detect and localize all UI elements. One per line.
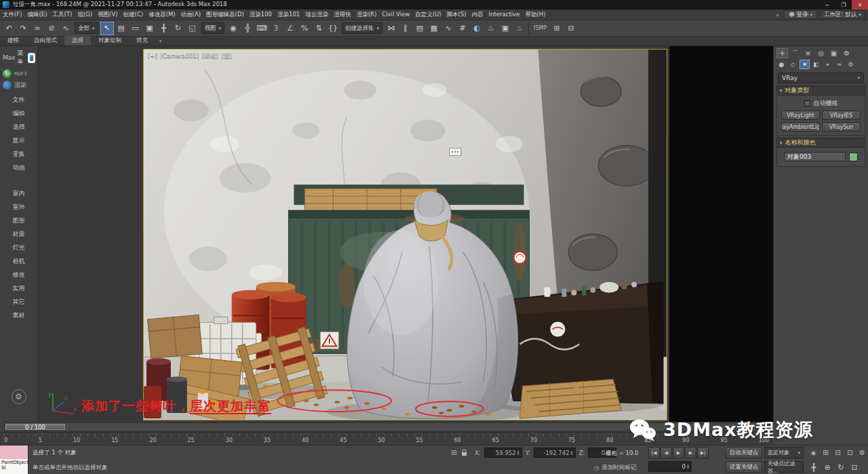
menu-item[interactable]: 瑞云渲染 <box>302 11 331 19</box>
select-and-rotate-icon[interactable]: ↻ <box>172 22 185 35</box>
menu-item[interactable]: 编辑(E) <box>25 11 50 19</box>
select-and-move-icon[interactable]: ╋ <box>157 22 171 35</box>
sidebar-item[interactable]: 文件 <box>0 93 37 106</box>
listener-macro-pane[interactable] <box>0 446 28 459</box>
lights-category-icon[interactable]: ☀ <box>800 60 810 69</box>
menu-item[interactable]: 内容 <box>469 11 486 19</box>
material-editor-icon[interactable]: ◐ <box>470 22 484 35</box>
play-button[interactable]: ▶ <box>673 447 684 458</box>
sidebar-render-tool[interactable]: ↻ RDF3 <box>0 68 37 79</box>
toolbar-overflow-icon[interactable]: » <box>774 12 781 18</box>
sidebar-max-menu[interactable]: Max 菜单 <box>0 46 37 68</box>
sidebar-item[interactable]: 动画 <box>0 161 37 174</box>
modify-tab-icon[interactable]: ⌒ <box>789 48 801 58</box>
spinner-snap-icon[interactable]: ⇅ <box>312 22 326 35</box>
ribbon-tab[interactable]: 选择 <box>64 36 91 45</box>
rollout-header-name-color[interactable]: ▾ 名称和颜色 <box>776 138 865 148</box>
select-object-icon[interactable]: ↖ <box>100 22 114 35</box>
viewport-area[interactable]: [+][Camera001][标准][面] <box>38 46 773 422</box>
listener-text[interactable]: PaintObject: Sl <box>0 459 28 474</box>
menu-item[interactable]: 动画(A) <box>178 11 203 19</box>
menu-item[interactable]: Civil View <box>379 11 412 19</box>
mini-gear-icon[interactable]: ⚙ <box>857 448 867 458</box>
menu-item[interactable]: 组(G) <box>75 11 95 19</box>
motion-tab-icon[interactable]: ◎ <box>815 48 827 58</box>
time-slider-track[interactable]: 0 / 100 <box>4 422 768 431</box>
maxscript-mini-listener[interactable]: PaintObject: Sl <box>0 446 28 474</box>
geometry-category-icon[interactable]: ● <box>776 60 787 69</box>
sidebar-item[interactable]: 室内 <box>0 186 37 200</box>
sidebar-item[interactable]: 材质 <box>0 227 37 241</box>
maximize-button[interactable]: ❐ <box>835 0 852 9</box>
viewport-label[interactable]: [+][Camera001][标准][面] <box>148 52 232 60</box>
menu-item[interactable]: 修改器(M) <box>146 11 178 19</box>
mirror-icon[interactable]: ⋈ <box>384 22 398 35</box>
ribbon-tab[interactable]: 建模 <box>0 36 26 45</box>
time-slider[interactable]: 0 / 100 <box>0 422 773 432</box>
rendered-frame-window-icon[interactable]: ▣ <box>498 22 512 35</box>
menu-item[interactable]: 脚本(S) <box>444 11 469 19</box>
systems-category-icon[interactable]: ⚙ <box>846 60 856 69</box>
align-icon[interactable]: ∥ <box>399 22 412 35</box>
light-category-dropdown[interactable]: VRay ▾ <box>778 73 864 83</box>
menu-item[interactable]: 文件(F) <box>0 11 25 19</box>
selection-lock-icon[interactable] <box>461 449 467 456</box>
display-tab-icon[interactable]: ▣ <box>828 48 840 58</box>
light-type-button[interactable]: VRayIES <box>822 111 861 120</box>
isolate-selection-icon[interactable]: ⊞ <box>449 448 459 458</box>
grid-toggle-a-icon[interactable]: ⊞ <box>550 22 564 35</box>
menu-item[interactable]: Interactive <box>486 11 523 19</box>
key-filters-button[interactable]: 关键点过滤器... <box>764 461 804 473</box>
sidebar-item-render[interactable]: 渲染 <box>0 79 37 91</box>
pan-icon[interactable]: ╋ <box>808 462 819 473</box>
viewport-label-part[interactable]: [+] <box>148 52 157 60</box>
select-by-name-icon[interactable]: ▤ <box>115 22 128 35</box>
sidebar-item[interactable]: 图形 <box>0 214 37 227</box>
rectangular-selection-region-icon[interactable]: ▭ <box>129 22 142 35</box>
y-coordinate-field[interactable]: -192.742▲▼ <box>534 448 576 458</box>
grid-toggle-b-icon[interactable]: ⊟ <box>564 22 578 35</box>
track-bar[interactable]: 0510152025303540455055606570758085909510… <box>0 432 773 445</box>
object-name-field[interactable]: 对象003 <box>784 152 846 161</box>
sidebar-item[interactable]: 修改 <box>0 268 37 281</box>
unlink-selection-icon[interactable]: ⊘ <box>45 22 58 35</box>
spacewarps-category-icon[interactable]: ≈ <box>834 60 844 69</box>
sidebar-item[interactable]: 显示 <box>0 134 37 147</box>
shapes-category-icon[interactable]: ◇ <box>788 60 798 69</box>
sidebar-item[interactable]: 其它 <box>0 295 37 309</box>
ribbon-tab[interactable]: 自由形式 <box>26 36 64 45</box>
menu-item[interactable]: 创建(C) <box>121 11 146 19</box>
login-button[interactable]: ☻ 登录 ▾ <box>784 10 817 19</box>
sidebar-item[interactable]: 变换 <box>0 147 37 161</box>
create-tab-icon[interactable]: + <box>776 48 788 58</box>
light-type-button[interactable]: VRaySun <box>822 122 861 132</box>
bind-to-space-warp-icon[interactable]: ∿ <box>59 22 73 35</box>
zoom-icon[interactable]: ⊕ <box>822 462 833 473</box>
autogrid-toggle[interactable]: 自动栅格 <box>780 98 862 111</box>
key-mode-dropdown[interactable]: 选定对象▾ <box>764 447 804 458</box>
sidebar-item[interactable]: 实用 <box>0 281 37 295</box>
undo-icon[interactable]: ↶ <box>2 22 16 35</box>
selection-filter-dropdown[interactable]: 全部▾ <box>75 22 98 34</box>
reference-coordinate-dropdown[interactable]: 视图▾ <box>201 22 225 34</box>
render-production-icon[interactable]: ♨ <box>513 22 526 35</box>
workspace-selector[interactable]: 工作区: 默认 ▾ <box>820 10 865 19</box>
snap-mini-a-icon[interactable]: ⊞ <box>821 448 831 458</box>
ribbon-tab[interactable]: 填充 <box>129 36 155 45</box>
render-setup-icon[interactable]: ♨ <box>484 22 498 35</box>
window-crossing-icon[interactable]: ▣ <box>143 22 157 35</box>
rollout-header-object-type[interactable]: ▾ 对象类型 <box>776 85 865 96</box>
menu-item[interactable]: 渲染100 <box>247 11 275 19</box>
helpers-category-icon[interactable]: ⌖ <box>823 60 833 69</box>
sidebar-item[interactable]: 编辑 <box>0 106 37 120</box>
go-to-end-button[interactable]: ▶| <box>697 447 709 458</box>
menu-item[interactable]: 工具(T) <box>50 11 75 19</box>
set-key-button[interactable]: 设置关键点 <box>726 461 762 473</box>
use-pivot-center-icon[interactable]: ◉ <box>226 22 240 35</box>
hierarchy-tab-icon[interactable]: ≡ <box>802 48 814 58</box>
orbit-icon[interactable]: ↻ <box>835 462 846 473</box>
add-time-tag[interactable]: ◷ 添加时间标记 <box>594 464 636 472</box>
sidebar-item[interactable]: 室外 <box>0 200 37 214</box>
object-color-swatch[interactable] <box>849 153 858 161</box>
sidebar-item[interactable]: 素材 <box>0 309 37 322</box>
